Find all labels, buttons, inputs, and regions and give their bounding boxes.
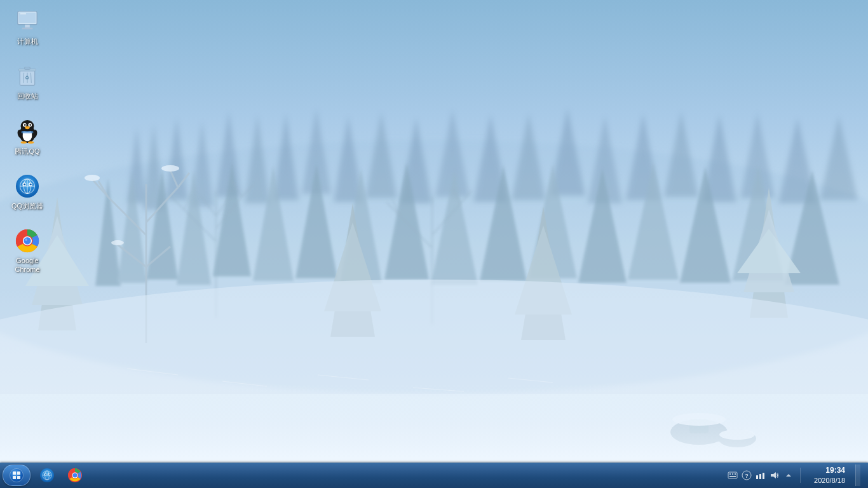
- svg-line-55: [452, 189, 461, 203]
- svg-marker-28: [213, 162, 251, 276]
- volume-tray-icon[interactable]: [768, 469, 781, 482]
- svg-line-62: [146, 187, 178, 222]
- svg-point-128: [24, 237, 31, 244]
- svg-line-46: [232, 181, 241, 197]
- svg-marker-19: [664, 111, 698, 197]
- taskbar-qq-browser[interactable]: [34, 464, 60, 486]
- svg-rect-146: [728, 472, 737, 478]
- svg-point-111: [25, 126, 30, 129]
- svg-line-88: [222, 381, 267, 386]
- svg-rect-94: [25, 25, 30, 28]
- tray-expand-icon[interactable]: [782, 469, 795, 482]
- svg-point-112: [21, 141, 27, 144]
- computer-label: 计算机: [17, 37, 38, 46]
- svg-rect-102: [25, 67, 31, 70]
- keyboard-tray-icon[interactable]: [726, 469, 739, 482]
- svg-marker-5: [191, 121, 214, 207]
- taskbar: ?: [0, 463, 868, 488]
- svg-rect-0: [0, 0, 868, 488]
- svg-marker-36: [578, 168, 627, 283]
- svg-marker-16: [550, 108, 585, 196]
- recycle-bin-label: 回收站: [17, 92, 38, 100]
- svg-text:?: ?: [745, 473, 749, 479]
- network-tray-icon[interactable]: [754, 469, 767, 482]
- svg-marker-25: [118, 172, 147, 283]
- svg-marker-72: [750, 187, 788, 318]
- show-desktop-button[interactable]: [855, 464, 860, 486]
- tencent-qq-icon[interactable]: 腾讯QQ: [5, 116, 50, 158]
- svg-rect-82: [689, 419, 709, 433]
- svg-marker-23: [820, 116, 858, 200]
- svg-marker-73: [743, 210, 794, 292]
- svg-line-45: [184, 194, 191, 210]
- svg-marker-9: [302, 108, 331, 194]
- recycle-bin-icon[interactable]: ♻ 回收站: [5, 61, 50, 103]
- svg-rect-134: [17, 476, 20, 479]
- svg-marker-4: [165, 118, 188, 200]
- tray-separator: [800, 468, 801, 483]
- qq-browser-label: QQ浏览器: [11, 201, 43, 210]
- svg-marker-2: [127, 127, 146, 203]
- clock-time: 19:34: [825, 465, 845, 476]
- svg-point-142: [49, 474, 50, 475]
- svg-point-84: [672, 413, 726, 426]
- svg-point-71: [111, 240, 124, 245]
- clock-area[interactable]: 19:34 2020/8/18: [806, 464, 850, 487]
- svg-marker-14: [473, 114, 508, 202]
- svg-line-68: [146, 247, 170, 267]
- svg-marker-76: [324, 222, 381, 311]
- svg-marker-13: [435, 109, 470, 197]
- svg-marker-11: [365, 112, 397, 198]
- computer-icon[interactable]: 计算机: [5, 6, 50, 48]
- svg-point-70: [161, 165, 179, 172]
- svg-marker-24: [95, 178, 121, 286]
- svg-line-66: [178, 173, 189, 187]
- svg-point-85: [719, 430, 755, 440]
- svg-rect-147: [729, 473, 731, 475]
- svg-marker-17: [588, 116, 622, 203]
- google-chrome-icon[interactable]: Google Chrome: [5, 226, 50, 277]
- desktop: 计算机 ♻ 回收站: [0, 0, 868, 488]
- svg-line-61: [108, 197, 146, 235]
- svg-point-124: [24, 184, 25, 186]
- svg-marker-34: [480, 165, 527, 281]
- svg-point-83: [718, 430, 756, 447]
- svg-marker-40: [785, 170, 839, 285]
- system-tray: ?: [721, 463, 865, 488]
- svg-marker-12: [400, 118, 432, 203]
- svg-marker-157: [786, 474, 791, 477]
- svg-line-67: [118, 245, 146, 267]
- svg-line-54: [393, 200, 400, 216]
- svg-marker-10: [334, 116, 363, 202]
- svg-line-87: [127, 369, 178, 375]
- svg-marker-7: [245, 114, 270, 203]
- svg-line-53: [386, 202, 400, 216]
- svg-marker-21: [740, 112, 775, 198]
- svg-rect-96: [20, 13, 26, 15]
- svg-point-1: [0, 140, 868, 394]
- svg-rect-153: [756, 475, 758, 479]
- svg-marker-27: [177, 170, 211, 285]
- svg-rect-131: [13, 471, 16, 475]
- start-button[interactable]: [3, 464, 31, 486]
- qq-browser-icon[interactable]: QQ浏览器: [5, 171, 50, 213]
- svg-marker-20: [702, 114, 736, 202]
- svg-line-91: [508, 378, 553, 383]
- svg-point-81: [670, 419, 728, 445]
- taskbar-chrome[interactable]: [62, 464, 88, 486]
- svg-marker-31: [340, 168, 382, 283]
- svg-rect-95: [22, 28, 32, 30]
- svg-marker-74: [737, 229, 801, 273]
- svg-line-52: [432, 203, 461, 235]
- svg-marker-39: [732, 165, 784, 281]
- svg-rect-154: [759, 474, 761, 479]
- help-tray-icon[interactable]: ?: [740, 469, 753, 482]
- tencent-qq-label: 腾讯QQ: [15, 147, 39, 156]
- svg-marker-78: [515, 226, 572, 315]
- svg-marker-8: [273, 113, 299, 200]
- svg-point-110: [29, 124, 31, 126]
- svg-marker-30: [295, 164, 337, 278]
- svg-line-64: [98, 181, 108, 197]
- svg-point-106: [21, 120, 34, 132]
- svg-point-130: [10, 469, 24, 482]
